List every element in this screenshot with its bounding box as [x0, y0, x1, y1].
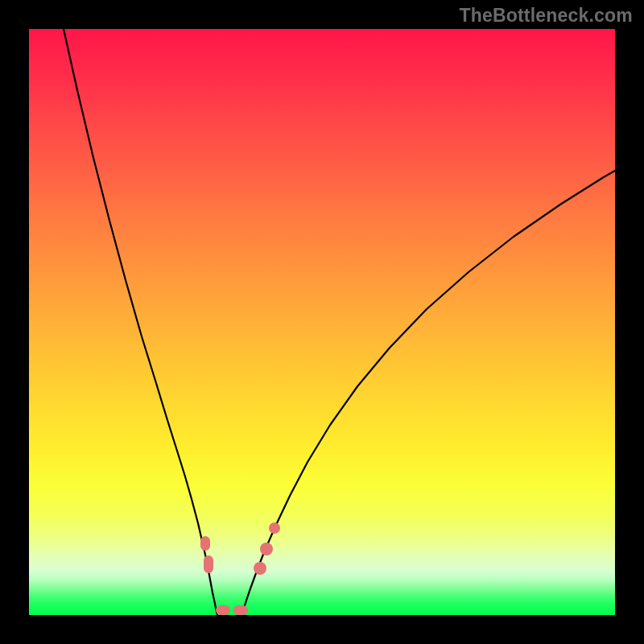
marker-pill-left — [200, 536, 210, 551]
marker-pill-bottom — [216, 605, 230, 615]
marker-dot-right — [269, 522, 280, 534]
marker-dot-right — [260, 543, 273, 555]
marker-group — [200, 522, 280, 615]
marker-pill-bottom — [233, 605, 248, 615]
curve-layer — [29, 29, 615, 615]
marker-dot-right — [254, 562, 266, 575]
plot-area — [29, 29, 615, 615]
right-curve — [242, 171, 615, 615]
chart-frame: TheBottleneck.com — [0, 0, 644, 644]
marker-pill-left — [204, 555, 213, 573]
watermark-text: TheBottleneck.com — [459, 5, 633, 27]
left-curve — [64, 29, 217, 615]
